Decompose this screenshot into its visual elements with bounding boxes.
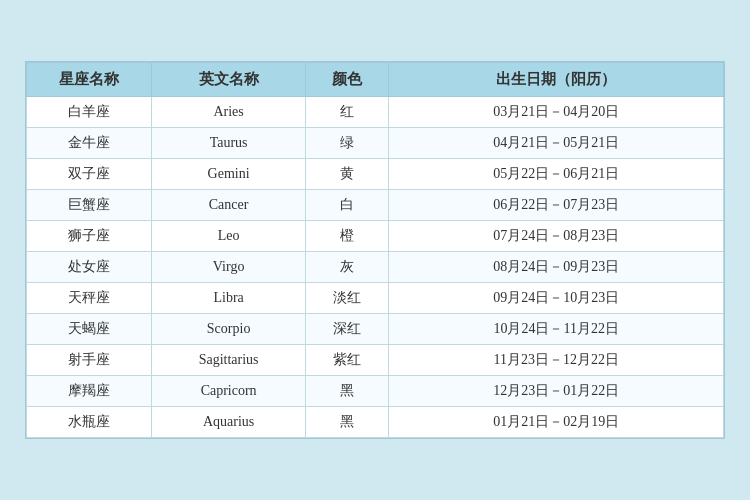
cell-chinese: 水瓶座 — [27, 407, 152, 438]
cell-date: 01月21日－02月19日 — [389, 407, 724, 438]
cell-chinese: 狮子座 — [27, 221, 152, 252]
cell-color: 黄 — [305, 159, 389, 190]
cell-color: 黑 — [305, 376, 389, 407]
cell-chinese: 处女座 — [27, 252, 152, 283]
table-row: 双子座Gemini黄05月22日－06月21日 — [27, 159, 724, 190]
cell-color: 红 — [305, 97, 389, 128]
table-row: 射手座Sagittarius紫红11月23日－12月22日 — [27, 345, 724, 376]
cell-color: 绿 — [305, 128, 389, 159]
cell-color: 淡红 — [305, 283, 389, 314]
table-row: 巨蟹座Cancer白06月22日－07月23日 — [27, 190, 724, 221]
cell-color: 橙 — [305, 221, 389, 252]
table-body: 白羊座Aries红03月21日－04月20日金牛座Taurus绿04月21日－0… — [27, 97, 724, 438]
table-header-row: 星座名称 英文名称 颜色 出生日期（阳历） — [27, 63, 724, 97]
cell-date: 05月22日－06月21日 — [389, 159, 724, 190]
cell-color: 黑 — [305, 407, 389, 438]
cell-color: 灰 — [305, 252, 389, 283]
cell-color: 深红 — [305, 314, 389, 345]
cell-chinese: 天蝎座 — [27, 314, 152, 345]
cell-date: 04月21日－05月21日 — [389, 128, 724, 159]
cell-chinese: 巨蟹座 — [27, 190, 152, 221]
cell-chinese: 摩羯座 — [27, 376, 152, 407]
cell-date: 09月24日－10月23日 — [389, 283, 724, 314]
cell-color: 白 — [305, 190, 389, 221]
cell-date: 06月22日－07月23日 — [389, 190, 724, 221]
table-row: 处女座Virgo灰08月24日－09月23日 — [27, 252, 724, 283]
table-row: 水瓶座Aquarius黑01月21日－02月19日 — [27, 407, 724, 438]
cell-english: Aquarius — [152, 407, 305, 438]
cell-chinese: 金牛座 — [27, 128, 152, 159]
header-color: 颜色 — [305, 63, 389, 97]
table-row: 摩羯座Capricorn黑12月23日－01月22日 — [27, 376, 724, 407]
cell-english: Aries — [152, 97, 305, 128]
header-date: 出生日期（阳历） — [389, 63, 724, 97]
table-row: 白羊座Aries红03月21日－04月20日 — [27, 97, 724, 128]
table-row: 金牛座Taurus绿04月21日－05月21日 — [27, 128, 724, 159]
header-english: 英文名称 — [152, 63, 305, 97]
table-row: 狮子座Leo橙07月24日－08月23日 — [27, 221, 724, 252]
cell-english: Gemini — [152, 159, 305, 190]
header-chinese: 星座名称 — [27, 63, 152, 97]
cell-english: Libra — [152, 283, 305, 314]
cell-english: Virgo — [152, 252, 305, 283]
cell-english: Scorpio — [152, 314, 305, 345]
cell-date: 11月23日－12月22日 — [389, 345, 724, 376]
cell-date: 12月23日－01月22日 — [389, 376, 724, 407]
cell-date: 07月24日－08月23日 — [389, 221, 724, 252]
zodiac-table: 星座名称 英文名称 颜色 出生日期（阳历） 白羊座Aries红03月21日－04… — [26, 62, 724, 438]
table-row: 天蝎座Scorpio深红10月24日－11月22日 — [27, 314, 724, 345]
cell-english: Taurus — [152, 128, 305, 159]
cell-english: Capricorn — [152, 376, 305, 407]
cell-english: Cancer — [152, 190, 305, 221]
table-row: 天秤座Libra淡红09月24日－10月23日 — [27, 283, 724, 314]
cell-english: Sagittarius — [152, 345, 305, 376]
cell-chinese: 射手座 — [27, 345, 152, 376]
zodiac-table-container: 星座名称 英文名称 颜色 出生日期（阳历） 白羊座Aries红03月21日－04… — [25, 61, 725, 439]
cell-english: Leo — [152, 221, 305, 252]
cell-date: 03月21日－04月20日 — [389, 97, 724, 128]
cell-chinese: 双子座 — [27, 159, 152, 190]
cell-chinese: 天秤座 — [27, 283, 152, 314]
cell-date: 10月24日－11月22日 — [389, 314, 724, 345]
cell-chinese: 白羊座 — [27, 97, 152, 128]
cell-color: 紫红 — [305, 345, 389, 376]
cell-date: 08月24日－09月23日 — [389, 252, 724, 283]
